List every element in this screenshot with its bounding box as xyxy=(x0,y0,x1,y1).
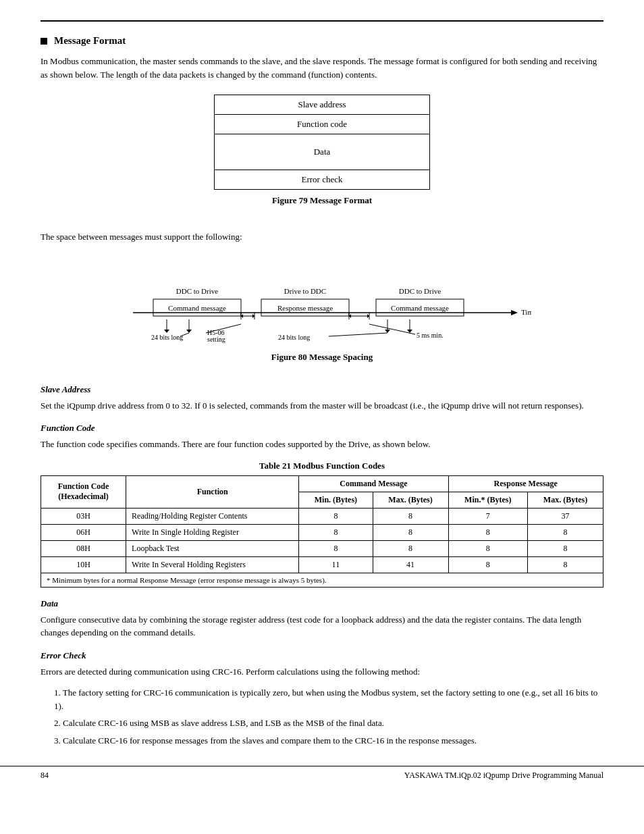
slave-address-text: Set the iQpump drive address from 0 to 3… xyxy=(41,399,603,413)
svg-line-36 xyxy=(329,333,387,336)
table-row: 08H Loopback Test 8 8 8 8 xyxy=(41,540,603,556)
page-footer: 84 YASKAWA TM.iQp.02 iQpump Drive Progra… xyxy=(0,766,644,781)
cell-code: 10H xyxy=(41,556,126,573)
cell-cmd-min: 11 xyxy=(299,556,373,573)
col-resp-max-header: Max. (Bytes) xyxy=(527,492,603,508)
spacing-intro: The space between messages must support … xyxy=(41,230,603,244)
table-row: 03H Reading/Holding Register Contents 8 … xyxy=(41,508,603,524)
slave-address-title: Slave Address xyxy=(41,384,603,395)
cell-resp-min: 7 xyxy=(448,508,527,524)
cell-cmd-min: 8 xyxy=(299,508,373,524)
row-data: Data xyxy=(215,134,429,170)
section-icon xyxy=(41,38,47,45)
spacing-diagram-svg: Command message Response message Command… xyxy=(113,252,531,346)
svg-text:Command message: Command message xyxy=(168,304,226,312)
cell-code: 08H xyxy=(41,540,126,556)
col-cmd-min-header: Min. (Bytes) xyxy=(299,492,373,508)
cell-function: Loopback Test xyxy=(126,540,299,556)
cell-function: Reading/Holding Register Contents xyxy=(126,508,299,524)
error-check-list: 1. The factory setting for CRC-16 commun… xyxy=(41,686,603,747)
cell-resp-max: 8 xyxy=(527,556,603,573)
col-response-message-header: Response Message xyxy=(448,475,603,492)
list-item: 2. Calculate CRC-16 using MSB as slave a… xyxy=(54,716,603,730)
cell-cmd-max: 8 xyxy=(373,508,448,524)
function-code-title: Function Code xyxy=(41,423,603,434)
data-text: Configure consecutive data by combining … xyxy=(41,613,603,640)
cell-resp-max: 8 xyxy=(527,540,603,556)
svg-text:Command message: Command message xyxy=(391,304,449,312)
svg-marker-32 xyxy=(385,330,390,333)
error-check-title: Error Check xyxy=(41,650,603,661)
function-code-text: The function code specifies commands. Th… xyxy=(41,438,603,451)
figure-80-caption: Figure 80 Message Spacing xyxy=(271,352,373,363)
cell-code: 03H xyxy=(41,508,126,524)
svg-text:24 bits long: 24 bits long xyxy=(151,334,183,341)
list-item: 1. The factory setting for CRC-16 commun… xyxy=(54,686,603,712)
cell-cmd-min: 8 xyxy=(299,540,373,556)
spacing-diagram-container: Command message Response message Command… xyxy=(41,252,603,373)
cell-resp-max: 37 xyxy=(527,508,603,524)
intro-text: In Modbus communication, the master send… xyxy=(41,55,603,81)
cell-cmd-min: 8 xyxy=(299,524,373,540)
svg-text:Time (Seconds): Time (Seconds) xyxy=(521,308,531,317)
page-number: 84 xyxy=(41,771,49,781)
cell-cmd-max: 8 xyxy=(373,540,448,556)
col-command-message-header: Command Message xyxy=(299,475,448,492)
table-row: 10H Write In Several Holding Registers 1… xyxy=(41,556,603,573)
cell-resp-min: 8 xyxy=(448,556,527,573)
top-border xyxy=(41,20,603,22)
svg-marker-18 xyxy=(164,330,169,333)
row-slave-address: Slave address xyxy=(215,95,429,115)
svg-marker-1 xyxy=(511,310,518,315)
section-title: Message Format xyxy=(41,35,603,47)
col-resp-min-header: Min.* (Bytes) xyxy=(448,492,527,508)
cell-resp-min: 8 xyxy=(448,540,527,556)
page: Message Format In Modbus communication, … xyxy=(0,0,644,794)
cell-code: 06H xyxy=(41,524,126,540)
svg-marker-20 xyxy=(186,330,192,333)
figure-79-caption: Figure 79 Message Format xyxy=(272,195,372,206)
svg-text:5 ms min.: 5 ms min. xyxy=(417,332,444,339)
list-item: 3. Calculate CRC-16 for response message… xyxy=(54,734,603,748)
svg-text:setting: setting xyxy=(207,336,225,343)
section-title-text: Message Format xyxy=(54,35,126,47)
cell-function: Write In Single Holding Register xyxy=(126,524,299,540)
svg-text:DDC to Drive: DDC to Drive xyxy=(176,287,218,295)
message-format-diagram: Slave address Function code Data Error c… xyxy=(41,95,603,217)
svg-line-38 xyxy=(369,324,415,334)
footer-right-text: YASKAWA TM.iQp.02 iQpump Drive Programmi… xyxy=(404,771,603,781)
svg-text:24 bits long: 24 bits long xyxy=(278,334,310,341)
col-function-code-header: Function Code(Hexadecimal) xyxy=(41,475,126,508)
cell-cmd-max: 41 xyxy=(373,556,448,573)
col-function-header: Function xyxy=(126,475,299,508)
table-title: Table 21 Modbus Function Codes xyxy=(41,461,603,471)
svg-text:Response message: Response message xyxy=(277,304,333,312)
message-format-box: Slave address Function code Data Error c… xyxy=(214,95,430,190)
cell-function: Write In Several Holding Registers xyxy=(126,556,299,573)
row-error-check: Error check xyxy=(215,170,429,189)
row-function-code: Function code xyxy=(215,115,429,134)
cell-resp-min: 8 xyxy=(448,524,527,540)
function-codes-table: Function Code(Hexadecimal) Function Comm… xyxy=(41,475,603,573)
table-row: 06H Write In Single Holding Register 8 8… xyxy=(41,524,603,540)
error-check-intro: Errors are detected during communication… xyxy=(41,665,603,679)
svg-text:Drive to DDC: Drive to DDC xyxy=(284,287,326,295)
svg-text:DDC to Drive: DDC to Drive xyxy=(399,287,441,295)
data-title: Data xyxy=(41,598,603,609)
cell-cmd-max: 8 xyxy=(373,524,448,540)
col-cmd-max-header: Max. (Bytes) xyxy=(373,492,448,508)
table-note: * Minimum bytes for a normal Response Me… xyxy=(41,573,603,588)
cell-resp-max: 8 xyxy=(527,524,603,540)
